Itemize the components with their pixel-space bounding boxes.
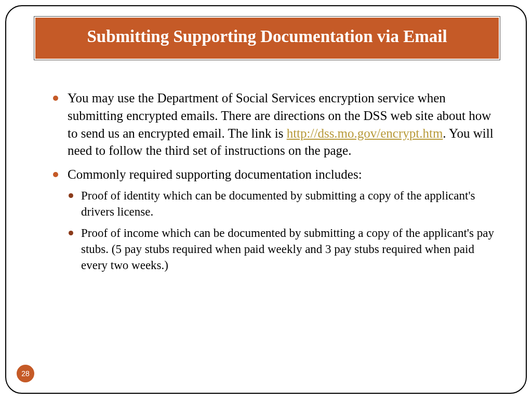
sub-bullet-list: Proof of identity which can be documente…: [68, 188, 500, 273]
bullet-2-text: Commonly required supporting documentati…: [68, 167, 362, 181]
sub-bullet-1: Proof of identity which can be documente…: [68, 188, 500, 220]
sub-bullet-2: Proof of income which can be documented …: [68, 225, 500, 273]
slide-body: You may use the Department of Social Ser…: [53, 89, 500, 280]
bullet-item-2: Commonly required supporting documentati…: [53, 166, 500, 273]
bullet-item-1: You may use the Department of Social Ser…: [53, 89, 500, 159]
slide-title: Submitting Supporting Documentation via …: [34, 17, 500, 60]
page-number-badge: 28: [17, 365, 34, 382]
encryption-link[interactable]: http://dss.mo.gov/encrypt.htm: [287, 126, 443, 140]
slide-frame: Submitting Supporting Documentation via …: [5, 5, 527, 394]
bullet-list: You may use the Department of Social Ser…: [53, 89, 500, 273]
